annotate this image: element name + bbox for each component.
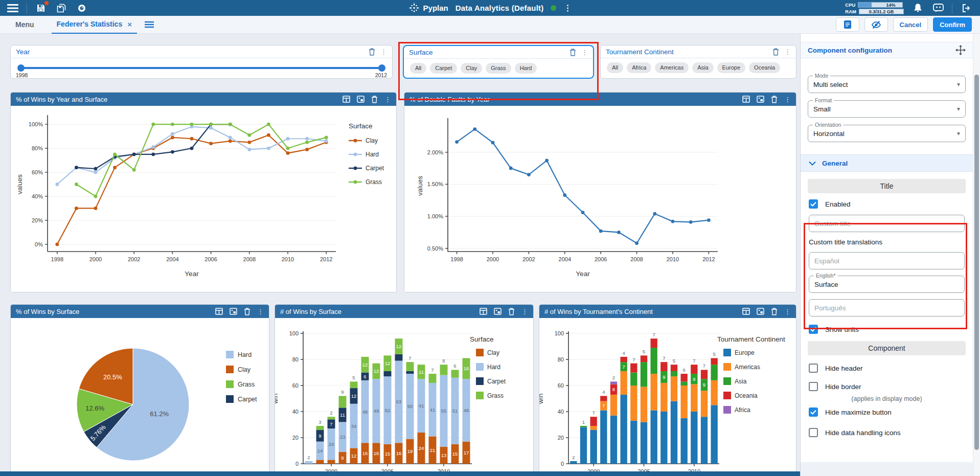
trash-icon[interactable] [569,49,576,56]
kebab-menu-icon[interactable]: ⋮ [521,308,528,315]
trash-icon[interactable] [371,96,378,103]
hide-header-checkbox[interactable] [809,364,818,373]
filter-chip[interactable]: Asia [692,62,713,73]
kebab-menu-icon[interactable]: ⋮ [784,48,791,56]
chart-title: # of Wins by Surface [280,308,480,315]
tab-list-icon[interactable] [144,21,154,28]
image-export-icon[interactable] [230,308,237,315]
svg-text:9: 9 [341,389,344,395]
image-export-icon[interactable] [757,308,764,315]
svg-text:7: 7 [653,332,655,337]
image-export-icon[interactable] [357,96,364,103]
notes-button[interactable] [836,17,859,32]
cancel-button[interactable]: Cancel [893,17,928,32]
hide-maximize-checkbox[interactable] [809,407,818,417]
svg-text:60: 60 [558,382,564,389]
trash-icon[interactable] [772,48,779,56]
show-units-checkbox[interactable] [809,325,818,334]
svg-text:8: 8 [442,358,445,364]
hamburger-menu-icon[interactable] [6,2,19,15]
orientation-select[interactable]: Orientation Horizontal ▾ [808,125,966,142]
trash-icon[interactable] [771,96,778,103]
table-view-icon[interactable] [343,96,350,103]
menu-label[interactable]: Menu [15,20,34,29]
filter-chip[interactable]: Carpet [430,63,457,74]
config-panel-title: Component configuration [808,47,892,54]
mode-select[interactable]: Mode Multi select ▾ [808,76,966,93]
kebab-menu-icon[interactable]: ⋮ [380,48,387,56]
image-export-icon[interactable] [757,96,764,103]
filter-chip[interactable]: Africa [627,62,651,73]
save-all-icon[interactable] [55,2,68,15]
svg-text:4: 4 [623,350,625,356]
svg-text:41: 41 [430,407,436,413]
svg-text:2008: 2008 [630,256,643,262]
kebab-menu-icon[interactable]: ⋮ [784,308,791,315]
hide-border-checkbox[interactable] [809,382,818,391]
table-view-icon[interactable] [742,96,750,103]
continent-filter-card: Tournament Continent ⋮ AllAfricaAmericas… [600,45,796,79]
svg-text:values: values [16,174,24,194]
image-export-icon[interactable] [494,308,502,315]
preview-eye-icon[interactable] [75,2,88,15]
filter-chip[interactable]: Clay [461,63,482,74]
save-icon[interactable] [34,2,48,15]
kebab-menu-icon[interactable]: ⋮ [384,96,391,103]
kebab-menu-icon[interactable]: ⋮ [581,49,588,56]
svg-text:2010: 2010 [282,256,294,262]
kebab-menu-icon[interactable]: ⋮ [257,308,264,315]
portuguese-title-input[interactable] [809,300,964,316]
svg-text:80: 80 [558,356,564,362]
svg-text:48: 48 [464,407,469,413]
logout-icon[interactable] [960,2,973,15]
confirm-button[interactable]: Confirm [933,17,972,32]
kebab-menu-icon[interactable]: ⋮ [784,96,791,103]
app-kebab-menu-icon[interactable]: ⋮ [563,4,572,12]
svg-text:Grass: Grass [238,381,255,388]
trash-icon[interactable] [369,48,375,56]
svg-text:Carpet: Carpet [366,165,384,172]
hide-preview-button[interactable] [864,17,888,32]
filter-chip[interactable]: Hard [515,63,537,74]
format-select[interactable]: Format Small ▾ [808,100,966,118]
year-slider-handle-max[interactable] [378,64,385,72]
config-scrollbar-thumb[interactable] [974,75,979,450]
year-slider-handle-min[interactable] [17,64,25,72]
tab-federers-statistics[interactable]: Federer's Statistics × [52,16,137,34]
trash-icon[interactable] [508,308,515,315]
trash-icon[interactable] [771,308,778,315]
filter-chip[interactable]: Grass [486,63,511,74]
table-view-icon[interactable] [742,308,750,315]
filter-chip[interactable]: All [410,63,426,74]
svg-text:2: 2 [572,455,575,460]
tab-close-icon[interactable]: × [127,20,132,29]
ram-value: 0.3/31.2 GB [859,9,904,14]
trash-icon[interactable] [244,308,250,315]
filter-chip[interactable]: Oceania [749,62,780,73]
notifications-bell-icon[interactable] [911,2,924,15]
svg-text:16: 16 [464,366,469,371]
table-view-icon[interactable] [480,308,487,315]
assistant-icon[interactable] [931,2,945,15]
chart-title: % of Wins by Surface [16,308,215,315]
svg-text:40%: 40% [32,193,43,199]
wins-by-continent-chart: 020406080100win2000200520102177482747579… [539,318,796,476]
spanish-title-input[interactable] [809,253,964,269]
filter-chip[interactable]: Americas [655,62,689,73]
svg-text:17: 17 [464,450,469,456]
filter-chip[interactable]: All [607,62,623,73]
config-scrollbar[interactable] [973,34,980,476]
status-dot [551,5,556,11]
svg-text:2.00%: 2.00% [427,149,443,155]
surface-filter-card[interactable]: Surface ⋮ AllCarpetClayGrassHard [403,45,594,79]
svg-text:16: 16 [374,450,379,456]
table-view-icon[interactable] [215,308,223,315]
filter-chip[interactable]: Europe [717,62,745,73]
hide-data-handling-checkbox[interactable] [809,428,818,437]
year-slider-track[interactable] [19,67,384,69]
cpu-value: 14% [886,3,895,8]
enabled-checkbox[interactable] [809,199,818,209]
general-section-toggle[interactable]: General [801,154,973,172]
custom-title-input[interactable] [809,215,964,232]
move-icon[interactable] [955,45,966,55]
